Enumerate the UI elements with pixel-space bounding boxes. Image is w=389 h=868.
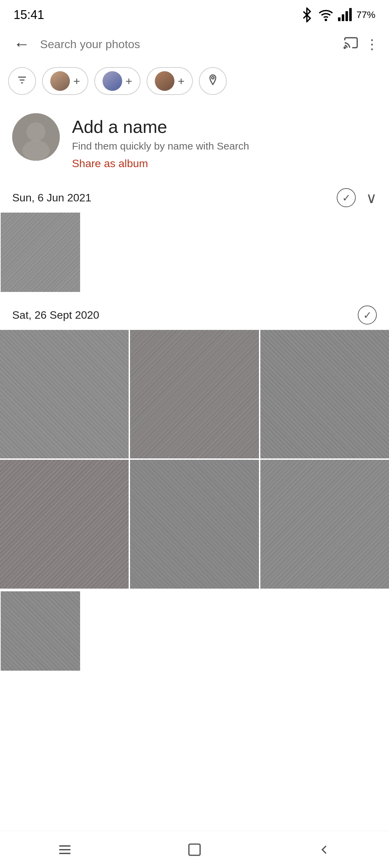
square-icon — [187, 842, 202, 857]
photo-cell-2-6[interactable] — [260, 460, 389, 588]
person-main-avatar — [12, 113, 60, 161]
filter-chips: + + + — [0, 61, 389, 101]
photo-grid-section-1 — [0, 213, 389, 297]
filter-icon — [16, 74, 28, 88]
photo-cell-extra[interactable] — [1, 591, 80, 671]
extra-photo-section — [0, 590, 389, 708]
filter-chip-location[interactable] — [199, 67, 227, 95]
svg-rect-3 — [346, 11, 348, 21]
status-time: 15:41 — [14, 8, 44, 22]
filter-chip-person2[interactable]: + — [94, 67, 141, 95]
svg-rect-4 — [349, 8, 352, 21]
top-bar: ← ⋮ — [0, 27, 389, 61]
status-bar: 15:41 77% — [0, 0, 389, 27]
menu-icon — [57, 842, 72, 857]
nav-menu-button[interactable] — [51, 836, 78, 863]
svg-point-0 — [325, 19, 327, 21]
svg-point-9 — [211, 77, 214, 79]
photo-grid-section-2-row2 — [0, 460, 389, 590]
filter-chip-person3[interactable]: + — [147, 67, 193, 95]
svg-rect-2 — [342, 14, 344, 21]
person-avatar-svg — [12, 113, 60, 161]
nav-home-button[interactable] — [181, 836, 208, 863]
share-album-link[interactable]: Share as album — [72, 157, 249, 170]
date-section-1-actions: ✓ ∨ — [337, 188, 377, 207]
date-section-2-header: Sat, 26 Sept 2020 ✓ — [0, 297, 389, 330]
photo-cell-2-2[interactable] — [130, 330, 259, 458]
more-button[interactable]: ⋮ — [365, 36, 379, 52]
cast-button[interactable] — [344, 35, 358, 53]
filter-chip-options[interactable] — [8, 67, 36, 95]
photo-cell-2-3[interactable] — [260, 330, 389, 458]
photo-cell-2-4[interactable] — [0, 460, 129, 588]
person-name: Add a name — [72, 117, 249, 137]
person-card: Add a name Find them quickly by name wit… — [0, 101, 389, 180]
photo-grid-section-2-row1 — [0, 330, 389, 460]
bottom-nav — [0, 831, 389, 868]
svg-rect-17 — [189, 844, 200, 855]
photo-cell-single[interactable] — [1, 213, 80, 292]
photo-cell-2-1[interactable] — [0, 330, 129, 458]
date-1-check-button[interactable]: ✓ — [337, 188, 356, 207]
filter-chip-person1[interactable]: + — [42, 67, 88, 95]
bluetooth-icon — [299, 7, 314, 22]
date-label-1: Sun, 6 Jun 2021 — [12, 192, 91, 204]
wifi-icon — [318, 7, 333, 22]
check-icon-2: ✓ — [363, 309, 372, 321]
avatar-person1 — [50, 71, 70, 91]
photo-placeholder-1 — [1, 213, 80, 292]
status-icons: 77% — [299, 7, 375, 22]
date-section-2-actions: ✓ — [358, 305, 377, 324]
date-2-check-button[interactable]: ✓ — [358, 305, 377, 324]
nav-back-button[interactable] — [311, 836, 338, 863]
check-icon-1: ✓ — [342, 192, 351, 204]
svg-point-13 — [12, 113, 60, 161]
avatar-person2 — [103, 71, 122, 91]
person2-plus-icon: + — [126, 75, 132, 88]
person-info: Add a name Find them quickly by name wit… — [72, 113, 249, 170]
date-label-2: Sat, 26 Sept 2020 — [12, 309, 99, 321]
back-triangle-icon — [317, 842, 332, 857]
avatar-person3 — [155, 71, 174, 91]
battery-label: 77% — [356, 9, 375, 20]
svg-point-5 — [344, 47, 346, 48]
person-subtitle: Find them quickly by name with Search — [72, 140, 249, 152]
person1-plus-icon: + — [73, 75, 80, 88]
collapse-button-1[interactable]: ∨ — [366, 189, 377, 206]
person3-plus-icon: + — [178, 75, 185, 88]
photo-cell-2-5[interactable] — [130, 460, 259, 588]
date-section-1-header: Sun, 6 Jun 2021 ✓ ∨ — [0, 180, 389, 213]
svg-rect-1 — [338, 17, 340, 21]
top-bar-actions: ⋮ — [344, 35, 379, 53]
back-button[interactable]: ← — [10, 33, 33, 56]
location-icon — [207, 74, 219, 88]
signal-icon — [337, 7, 352, 22]
search-input[interactable] — [40, 38, 337, 51]
